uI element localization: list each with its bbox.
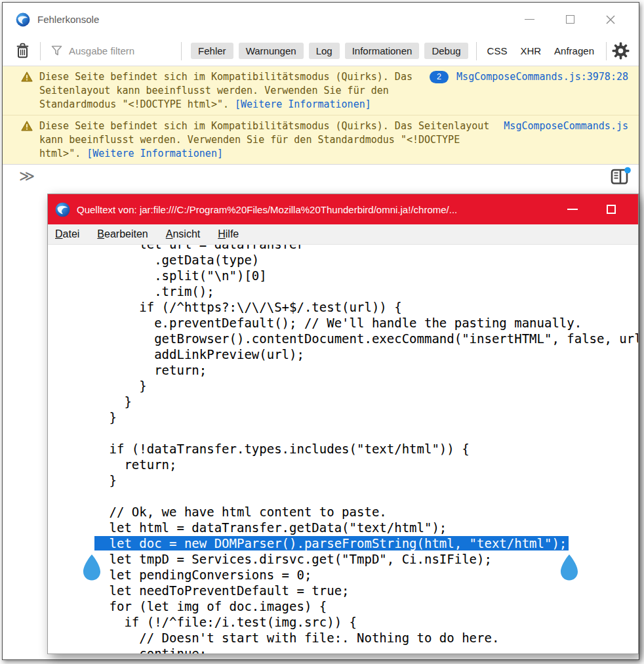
console-warning-row: Diese Seite befindet sich im Kompatibili… [3, 115, 639, 164]
code-line[interactable]: let url = dataTransfer [49, 245, 638, 252]
filter-button-informationen[interactable]: Informationen [345, 43, 420, 59]
warning-icon [21, 121, 33, 135]
sidebar-toggle-icon [610, 167, 631, 186]
maximize-button[interactable] [550, 9, 590, 31]
code-line[interactable]: e.preventDefault(); // We'll handle the … [49, 315, 638, 331]
window-title: Fehlerkonsole [37, 14, 99, 25]
source-code-area[interactable]: let url = dataTransfer .getData(type) .s… [48, 245, 638, 654]
filter-placeholder: Ausgabe filtern [69, 45, 134, 56]
close-icon [605, 14, 616, 25]
code-line[interactable]: } [49, 472, 638, 488]
filter-button-css[interactable]: CSS [487, 45, 508, 56]
code-line[interactable]: addLinkPreview(url); [49, 346, 638, 362]
code-line[interactable]: if (!/^file:/i.test(img.src)) { [49, 614, 638, 630]
code-line[interactable]: for (let img of doc.images) { [49, 598, 638, 614]
selection-handle-icon [81, 554, 103, 583]
code-line[interactable]: let doc = new DOMParser().parseFromStrin… [49, 535, 638, 551]
toolbar-separator [606, 42, 607, 60]
filter-button-warnungen[interactable]: Warnungen [239, 43, 304, 59]
code-line[interactable] [49, 488, 638, 504]
code-line[interactable]: getBrowser().contentDocument.execCommand… [49, 331, 638, 346]
clear-console-button[interactable] [16, 43, 30, 59]
menu-datei[interactable]: Datei [55, 228, 79, 240]
filter-button-xhr[interactable]: XHR [520, 45, 541, 56]
thunderbird-logo-icon [16, 12, 30, 27]
filter-input[interactable]: Ausgabe filtern [51, 45, 181, 56]
code-line[interactable]: // Ok, we have html content to paste. [49, 504, 638, 520]
source-window-title: Quelltext von: jar:file:///C:/Program%20… [77, 204, 457, 215]
filter-button-anfragen[interactable]: Anfragen [554, 45, 594, 56]
close-button[interactable] [590, 9, 631, 31]
console-input-row[interactable]: ≫ [3, 164, 639, 192]
menu-accel: D [55, 228, 63, 239]
filter-button-log[interactable]: Log [309, 43, 340, 59]
sidebar-toggle-button[interactable] [610, 167, 631, 189]
minimize-icon [525, 19, 534, 20]
source-window-controls [567, 205, 616, 214]
menu-accel: B [97, 228, 104, 239]
code-line[interactable]: } [49, 409, 638, 425]
menu-bar: Datei Bearbeiten Ansicht Hilfe [48, 224, 638, 245]
code-line[interactable]: if (/^https?:\/\/\S+$/.test(url)) { [49, 299, 638, 315]
weitere-informationen-link[interactable]: [Weitere Informationen] [87, 148, 223, 159]
filter-button-group: Fehler Warnungen Log Informationen Debug [191, 43, 473, 59]
notification-dot [624, 167, 631, 174]
maximize-button[interactable] [607, 205, 616, 214]
title-bar: Fehlerkonsole [3, 3, 639, 36]
code-line[interactable]: let tmpD = Services.dirsvc.get("TmpD", C… [49, 551, 638, 567]
minimize-button[interactable] [509, 9, 550, 31]
menu-ansicht[interactable]: Ansicht [166, 228, 200, 240]
source-location-link[interactable]: MsgComposeCommands.js:3978:28 [456, 70, 628, 84]
selection-handle-right[interactable] [558, 554, 580, 583]
code-line[interactable]: .getData(type) [49, 252, 638, 268]
window-controls [509, 9, 631, 31]
thunderbird-logo-icon [55, 202, 70, 217]
repeat-count-badge: 2 [430, 71, 449, 83]
code-line[interactable]: .trim(); [49, 283, 638, 299]
menu-hilfe[interactable]: Hilfe [218, 228, 239, 240]
selection-handle-icon [558, 554, 580, 583]
console-toolbar: Ausgabe filtern Fehler Warnungen Log Inf… [3, 36, 639, 66]
source-location-link[interactable]: MsgComposeCommands.js [504, 119, 628, 133]
menu-label: ilfe [226, 228, 239, 239]
selection-handle-left[interactable] [81, 554, 103, 583]
warning-message: Diese Seite befindet sich im Kompatibili… [39, 70, 426, 112]
minimize-button[interactable] [567, 209, 578, 210]
minimize-icon [567, 209, 578, 210]
code-line[interactable]: continue; [49, 646, 638, 654]
warning-icon [21, 72, 33, 86]
console-warning-row: Diese Seite befindet sich im Kompatibili… [3, 66, 639, 115]
warning-message: Diese Seite befindet sich im Kompatibili… [39, 119, 498, 161]
selected-code-text[interactable]: let doc = new DOMParser().parseFromStrin… [94, 536, 569, 550]
code-line[interactable]: return; [49, 457, 638, 472]
toolbar-separator [181, 42, 182, 60]
screen: Fehlerkonsole [0, 0, 644, 664]
code-line[interactable]: let html = dataTransfer.getData("text/ht… [49, 520, 638, 535]
code-line[interactable]: } [49, 394, 638, 409]
filter-funnel-icon [51, 45, 63, 56]
code-block[interactable]: let url = dataTransfer .getData(type) .s… [48, 245, 638, 654]
source-window-title-bar: Quelltext von: jar:file:///C:/Program%20… [48, 194, 638, 224]
menu-label: earbeiten [104, 228, 148, 239]
code-line[interactable]: .split("\n")[0] [49, 268, 638, 283]
menu-accel: A [166, 228, 173, 239]
code-line[interactable]: let needToPreventDefault = true; [49, 583, 638, 598]
code-line[interactable]: let pendingConversions = 0; [49, 567, 638, 583]
code-line[interactable]: // Doesn't start with file:. Nothing to … [49, 630, 638, 646]
code-line[interactable] [49, 425, 638, 441]
weitere-informationen-link[interactable]: [Weitere Informationen] [235, 98, 371, 110]
menu-label: atei [63, 228, 80, 239]
code-line[interactable]: if (!dataTransfer.types.includes("text/h… [49, 441, 638, 457]
code-line[interactable]: return; [49, 362, 638, 378]
code-line[interactable]: } [49, 378, 638, 394]
source-view-window: Quelltext von: jar:file:///C:/Program%20… [47, 194, 639, 654]
menu-accel: H [218, 228, 226, 239]
menu-bearbeiten[interactable]: Bearbeiten [97, 228, 148, 240]
menu-label: nsicht [172, 228, 200, 239]
console-prompt-icon: ≫ [19, 167, 35, 184]
filter-button-fehler[interactable]: Fehler [191, 43, 233, 59]
settings-button[interactable] [612, 42, 630, 60]
category-button-group: CSS XHR Anfragen [481, 45, 601, 56]
maximize-icon [607, 205, 616, 214]
filter-button-debug[interactable]: Debug [424, 43, 468, 59]
